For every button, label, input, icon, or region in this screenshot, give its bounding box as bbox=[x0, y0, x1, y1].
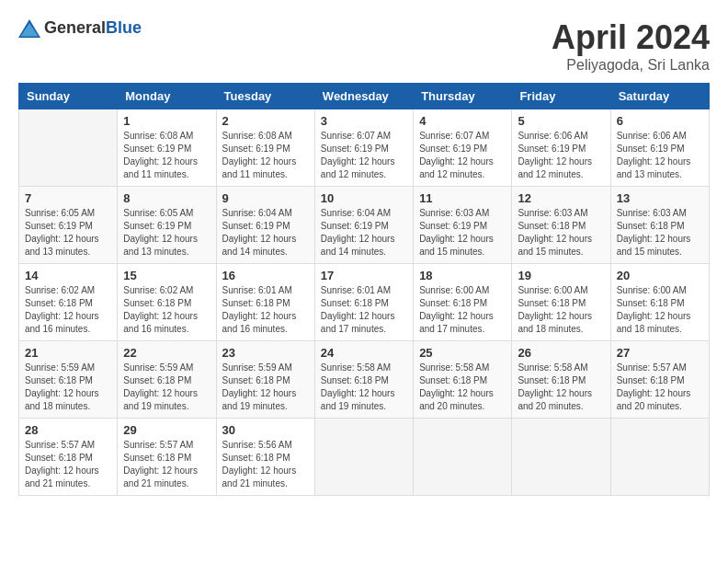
calendar-cell bbox=[19, 109, 118, 187]
calendar-cell: 29Sunrise: 5:57 AMSunset: 6:18 PMDayligh… bbox=[118, 419, 216, 496]
day-number: 19 bbox=[518, 269, 604, 282]
month-title: April 2024 bbox=[552, 18, 710, 57]
day-number: 18 bbox=[419, 269, 506, 282]
day-info: Sunrise: 6:03 AMSunset: 6:18 PMDaylight:… bbox=[617, 207, 703, 259]
day-info: Sunrise: 6:00 AMSunset: 6:18 PMDaylight:… bbox=[617, 284, 703, 336]
day-number: 14 bbox=[25, 269, 111, 282]
calendar-week-4: 28Sunrise: 5:57 AMSunset: 6:18 PMDayligh… bbox=[19, 419, 710, 496]
calendar-cell: 21Sunrise: 5:59 AMSunset: 6:18 PMDayligh… bbox=[19, 341, 118, 419]
calendar-cell bbox=[314, 419, 413, 496]
day-number: 6 bbox=[617, 114, 703, 128]
day-info: Sunrise: 6:00 AMSunset: 6:18 PMDaylight:… bbox=[518, 284, 604, 336]
calendar-cell: 7Sunrise: 6:05 AMSunset: 6:19 PMDaylight… bbox=[19, 187, 118, 264]
logo: GeneralBlue bbox=[18, 18, 142, 38]
calendar-cell: 6Sunrise: 6:06 AMSunset: 6:19 PMDaylight… bbox=[610, 109, 709, 187]
weekday-header-wednesday: Wednesday bbox=[314, 84, 413, 109]
weekday-header-friday: Friday bbox=[512, 84, 610, 109]
calendar-table: SundayMondayTuesdayWednesdayThursdayFrid… bbox=[18, 83, 710, 496]
day-number: 11 bbox=[419, 191, 506, 205]
day-info: Sunrise: 5:59 AMSunset: 6:18 PMDaylight:… bbox=[123, 362, 210, 413]
day-info: Sunrise: 5:58 AMSunset: 6:18 PMDaylight:… bbox=[321, 362, 407, 413]
calendar-week-3: 21Sunrise: 5:59 AMSunset: 6:18 PMDayligh… bbox=[19, 341, 710, 419]
day-number: 21 bbox=[25, 346, 111, 360]
day-number: 1 bbox=[123, 114, 210, 128]
day-info: Sunrise: 6:05 AMSunset: 6:19 PMDaylight:… bbox=[25, 207, 111, 259]
calendar-cell: 4Sunrise: 6:07 AMSunset: 6:19 PMDaylight… bbox=[414, 109, 512, 187]
day-info: Sunrise: 5:57 AMSunset: 6:18 PMDaylight:… bbox=[123, 439, 210, 490]
day-number: 26 bbox=[518, 346, 604, 360]
weekday-header-saturday: Saturday bbox=[610, 84, 709, 109]
title-area: April 2024 Peliyagoda, Sri Lanka bbox=[552, 18, 710, 74]
day-info: Sunrise: 6:06 AMSunset: 6:19 PMDaylight:… bbox=[617, 130, 703, 181]
calendar-cell: 1Sunrise: 6:08 AMSunset: 6:19 PMDaylight… bbox=[118, 109, 216, 187]
calendar-cell: 27Sunrise: 5:57 AMSunset: 6:18 PMDayligh… bbox=[610, 341, 709, 419]
day-info: Sunrise: 5:57 AMSunset: 6:18 PMDaylight:… bbox=[25, 439, 111, 490]
day-number: 2 bbox=[222, 114, 309, 128]
day-info: Sunrise: 6:00 AMSunset: 6:18 PMDaylight:… bbox=[419, 284, 506, 336]
calendar-cell bbox=[610, 419, 709, 496]
day-number: 16 bbox=[222, 269, 309, 282]
calendar-body: 1Sunrise: 6:08 AMSunset: 6:19 PMDaylight… bbox=[19, 109, 710, 496]
logo-general: General bbox=[44, 18, 106, 37]
day-info: Sunrise: 6:02 AMSunset: 6:18 PMDaylight:… bbox=[123, 284, 210, 336]
day-number: 12 bbox=[518, 191, 604, 205]
calendar-cell: 16Sunrise: 6:01 AMSunset: 6:18 PMDayligh… bbox=[216, 264, 314, 341]
day-info: Sunrise: 6:07 AMSunset: 6:19 PMDaylight:… bbox=[321, 130, 407, 181]
weekday-header-tuesday: Tuesday bbox=[216, 84, 314, 109]
calendar-cell: 28Sunrise: 5:57 AMSunset: 6:18 PMDayligh… bbox=[19, 419, 118, 496]
calendar-cell bbox=[512, 419, 610, 496]
day-number: 29 bbox=[123, 423, 210, 437]
day-info: Sunrise: 6:03 AMSunset: 6:19 PMDaylight:… bbox=[419, 207, 506, 259]
day-info: Sunrise: 5:57 AMSunset: 6:18 PMDaylight:… bbox=[617, 362, 703, 413]
calendar-cell: 30Sunrise: 5:56 AMSunset: 6:18 PMDayligh… bbox=[216, 419, 314, 496]
calendar-cell: 8Sunrise: 6:05 AMSunset: 6:19 PMDaylight… bbox=[118, 187, 216, 264]
calendar-week-1: 7Sunrise: 6:05 AMSunset: 6:19 PMDaylight… bbox=[19, 187, 710, 264]
calendar-cell: 17Sunrise: 6:01 AMSunset: 6:18 PMDayligh… bbox=[314, 264, 413, 341]
day-info: Sunrise: 6:05 AMSunset: 6:19 PMDaylight:… bbox=[123, 207, 210, 259]
calendar-cell: 22Sunrise: 5:59 AMSunset: 6:18 PMDayligh… bbox=[118, 341, 216, 419]
day-info: Sunrise: 5:58 AMSunset: 6:18 PMDaylight:… bbox=[518, 362, 604, 413]
calendar-header: SundayMondayTuesdayWednesdayThursdayFrid… bbox=[19, 84, 710, 109]
weekday-header-thursday: Thursday bbox=[414, 84, 512, 109]
day-info: Sunrise: 6:02 AMSunset: 6:18 PMDaylight:… bbox=[25, 284, 111, 336]
calendar-cell bbox=[414, 419, 512, 496]
day-number: 3 bbox=[321, 114, 407, 128]
day-info: Sunrise: 6:03 AMSunset: 6:18 PMDaylight:… bbox=[518, 207, 604, 259]
day-number: 4 bbox=[419, 114, 506, 128]
day-number: 7 bbox=[25, 191, 111, 205]
calendar-cell: 10Sunrise: 6:04 AMSunset: 6:19 PMDayligh… bbox=[314, 187, 413, 264]
day-number: 8 bbox=[123, 191, 210, 205]
day-number: 13 bbox=[617, 191, 703, 205]
day-info: Sunrise: 5:59 AMSunset: 6:18 PMDaylight:… bbox=[25, 362, 111, 413]
calendar-cell: 5Sunrise: 6:06 AMSunset: 6:19 PMDaylight… bbox=[512, 109, 610, 187]
day-number: 10 bbox=[321, 191, 407, 205]
day-info: Sunrise: 5:56 AMSunset: 6:18 PMDaylight:… bbox=[222, 439, 309, 490]
calendar-cell: 13Sunrise: 6:03 AMSunset: 6:18 PMDayligh… bbox=[610, 187, 709, 264]
logo-blue: Blue bbox=[106, 18, 142, 37]
day-number: 27 bbox=[617, 346, 703, 360]
calendar-cell: 14Sunrise: 6:02 AMSunset: 6:18 PMDayligh… bbox=[19, 264, 118, 341]
weekday-header-row: SundayMondayTuesdayWednesdayThursdayFrid… bbox=[19, 84, 710, 109]
day-number: 28 bbox=[25, 423, 111, 437]
day-info: Sunrise: 6:08 AMSunset: 6:19 PMDaylight:… bbox=[222, 130, 309, 181]
logo-icon bbox=[18, 19, 40, 38]
day-info: Sunrise: 6:07 AMSunset: 6:19 PMDaylight:… bbox=[419, 130, 506, 181]
calendar-week-0: 1Sunrise: 6:08 AMSunset: 6:19 PMDaylight… bbox=[19, 109, 710, 187]
day-number: 20 bbox=[617, 269, 703, 282]
calendar-cell: 24Sunrise: 5:58 AMSunset: 6:18 PMDayligh… bbox=[314, 341, 413, 419]
day-info: Sunrise: 6:01 AMSunset: 6:18 PMDaylight:… bbox=[321, 284, 407, 336]
day-number: 24 bbox=[321, 346, 407, 360]
day-number: 9 bbox=[222, 191, 309, 205]
calendar-cell: 25Sunrise: 5:58 AMSunset: 6:18 PMDayligh… bbox=[414, 341, 512, 419]
weekday-header-monday: Monday bbox=[118, 84, 216, 109]
day-number: 30 bbox=[222, 423, 309, 437]
day-number: 25 bbox=[419, 346, 506, 360]
day-number: 23 bbox=[222, 346, 309, 360]
calendar-cell: 23Sunrise: 5:59 AMSunset: 6:18 PMDayligh… bbox=[216, 341, 314, 419]
calendar-cell: 19Sunrise: 6:00 AMSunset: 6:18 PMDayligh… bbox=[512, 264, 610, 341]
calendar-cell: 9Sunrise: 6:04 AMSunset: 6:19 PMDaylight… bbox=[216, 187, 314, 264]
calendar-cell: 15Sunrise: 6:02 AMSunset: 6:18 PMDayligh… bbox=[118, 264, 216, 341]
day-number: 17 bbox=[321, 269, 407, 282]
day-number: 22 bbox=[123, 346, 210, 360]
calendar-cell: 18Sunrise: 6:00 AMSunset: 6:18 PMDayligh… bbox=[414, 264, 512, 341]
